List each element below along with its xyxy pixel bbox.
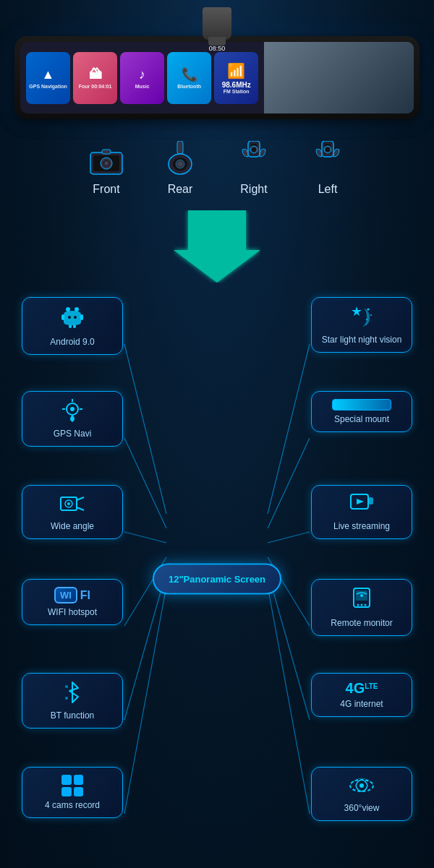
feature-4g: 4GLTE 4G internet (311, 673, 412, 717)
svg-point-61 (65, 685, 68, 688)
svg-rect-0 (264, 42, 414, 113)
svg-rect-8 (343, 79, 357, 87)
svg-point-42 (66, 307, 70, 311)
right-cam-label: Right (240, 183, 267, 196)
feature-bt: BT function (22, 673, 123, 729)
4g-icon: 4GLTE (346, 681, 378, 695)
live-label: Live streaming (333, 521, 390, 531)
cameras-row: Front Rear (88, 141, 346, 196)
nav-label: GPS Navigation (29, 84, 67, 89)
bt-icon (62, 681, 82, 707)
svg-point-64 (367, 309, 370, 311)
top-section: 08:50 ▲ GPS Navigation 🏔 Four 00:04:01 ♪… (0, 0, 434, 290)
mount-clip (203, 7, 231, 40)
svg-rect-16 (177, 141, 183, 154)
svg-line-58 (77, 507, 84, 510)
svg-line-41 (268, 586, 310, 814)
wifi-icon: WI FI (54, 587, 90, 603)
left-cam-label: Left (318, 183, 338, 196)
svg-rect-45 (80, 314, 83, 320)
fm-freq: 98.6MHz (222, 81, 251, 89)
mirror-device: 08:50 ▲ GPS Navigation 🏔 Four 00:04:01 ♪… (14, 36, 420, 119)
arrow-section (174, 210, 260, 283)
svg-rect-9 (367, 81, 379, 88)
feature-starlight: Star light night vision (311, 297, 412, 353)
camera-view (264, 42, 414, 113)
svg-rect-44 (61, 314, 64, 320)
app-phone[interactable]: 📞 Bluetooth (167, 52, 211, 104)
svg-marker-29 (174, 210, 260, 283)
drive-symbol: 🏔 (89, 67, 102, 82)
svg-line-38 (268, 532, 310, 543)
drive-label: Four 00:04:01 (79, 84, 112, 89)
camera-right: Right (235, 141, 273, 196)
android-icon (61, 305, 84, 333)
360-icon (349, 775, 375, 799)
svg-point-76 (360, 594, 363, 597)
svg-point-51 (70, 407, 75, 411)
svg-point-66 (366, 319, 367, 320)
phone-label: Bluetooth (177, 84, 201, 89)
rear-cam-icon (161, 141, 199, 177)
wide-label: Wide angle (51, 521, 94, 531)
screen-area: 08:50 ▲ GPS Navigation 🏔 Four 00:04:01 ♪… (20, 42, 414, 113)
svg-line-40 (268, 572, 310, 720)
app-music[interactable]: ♪ Music (120, 52, 164, 104)
wifi-label: WIFI hotspot (48, 607, 97, 617)
svg-line-30 (124, 344, 166, 514)
svg-point-43 (75, 307, 79, 311)
svg-line-36 (268, 344, 310, 514)
svg-line-37 (268, 438, 310, 528)
music-label: Music (135, 84, 150, 89)
center-badge: 12"Panoramic Screen (153, 564, 281, 595)
feature-gps: GPS Navi (22, 391, 123, 447)
svg-marker-68 (357, 499, 364, 504)
feature-live: Live streaming (311, 485, 412, 539)
camera-front: Front (88, 147, 125, 196)
svg-line-57 (77, 497, 84, 500)
bt-label: BT function (51, 710, 94, 721)
phone-symbol: 📞 (182, 66, 197, 82)
app-drive[interactable]: 🏔 Four 00:04:01 (73, 52, 117, 104)
starlight-label: Star light night vision (322, 335, 402, 345)
cams-label: 4 cams record (45, 800, 100, 810)
feature-android: Android 9.0 (22, 297, 123, 355)
remote-icon (351, 587, 373, 614)
feature-wifi: WI FI WIFI hotspot (22, 579, 123, 625)
front-cam-label: Front (93, 183, 119, 196)
gps-icon (61, 399, 84, 425)
nav-symbol: ▲ (42, 67, 55, 82)
svg-rect-1 (264, 42, 414, 74)
front-cam-icon (88, 147, 125, 177)
wide-angle-icon (59, 493, 85, 517)
4g-label: 4G internet (340, 699, 383, 709)
starlight-icon (349, 305, 374, 331)
svg-point-62 (65, 697, 68, 700)
svg-point-48 (68, 316, 71, 319)
android-label: Android 9.0 (50, 337, 94, 347)
feature-remote: Remote monitor (311, 579, 412, 636)
gps-label: GPS Navi (54, 429, 92, 439)
svg-marker-2 (293, 78, 386, 113)
fm-bars-icon: 📶 (227, 62, 245, 80)
svg-point-28 (326, 147, 330, 152)
svg-line-31 (124, 438, 166, 528)
camera-left: Left (309, 141, 346, 196)
app-fm[interactable]: 📶 98.6MHz FM Station (214, 52, 258, 104)
svg-point-78 (359, 783, 364, 788)
feature-wide: Wide angle (22, 485, 123, 539)
app-gps-nav[interactable]: ▲ GPS Navigation (26, 52, 70, 104)
svg-point-65 (370, 314, 372, 316)
mount-label: Special mount (334, 414, 389, 424)
svg-point-24 (252, 147, 256, 152)
mount-icon (332, 399, 391, 411)
camera-rear: Rear (161, 141, 199, 196)
feature-mount: Special mount (311, 391, 412, 432)
svg-line-32 (124, 532, 166, 543)
right-cam-icon (235, 141, 273, 177)
music-symbol: ♪ (139, 67, 145, 82)
svg-point-49 (74, 316, 77, 319)
cams-icon (61, 775, 83, 796)
feature-cams: 4 cams record (22, 767, 123, 818)
svg-line-35 (124, 586, 166, 814)
